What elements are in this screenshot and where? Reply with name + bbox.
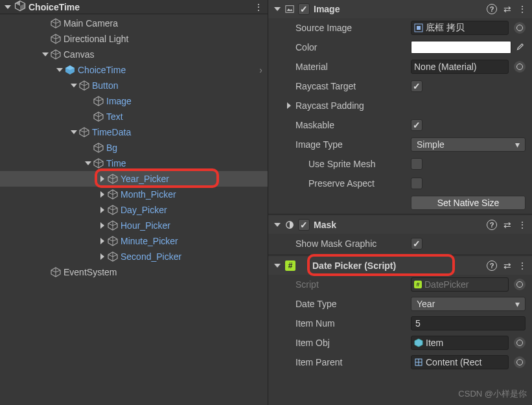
hierarchy-item[interactable]: Time: [0, 156, 268, 171]
svg-line-67: [108, 224, 113, 226]
hierarchy-item[interactable]: Month_Picker: [0, 187, 268, 202]
kebab-icon[interactable]: ⋮: [518, 4, 527, 14]
foldout-icon[interactable]: [98, 222, 106, 229]
eyedropper-icon[interactable]: [514, 41, 526, 53]
itemobj-field[interactable]: Item: [411, 336, 509, 350]
prop-item-num: Item Num 5: [268, 314, 532, 333]
hierarchy-item[interactable]: ChoiceTime›: [0, 62, 268, 78]
svg-line-16: [56, 52, 60, 54]
svg-line-15: [51, 52, 56, 54]
hierarchy-item-label: Button: [92, 80, 118, 91]
hierarchy-item[interactable]: Canvas: [0, 47, 268, 62]
svg-line-82: [51, 270, 56, 272]
hierarchy-item[interactable]: Hour_Picker: [0, 218, 268, 233]
prop-raycast-target: Raycast Target: [268, 76, 532, 96]
hierarchy-item[interactable]: Bg: [0, 140, 268, 156]
hierarchy-scene-header[interactable]: ChoiceTime ⋮: [0, 0, 268, 14]
svg-line-11: [56, 37, 60, 39]
object-picker-icon[interactable]: [514, 337, 526, 349]
svg-line-43: [98, 146, 103, 148]
preserve-checkbox[interactable]: [411, 178, 422, 189]
component-enable-checkbox[interactable]: [298, 219, 310, 231]
component-title: Mask: [314, 220, 336, 230]
svg-line-52: [108, 177, 113, 179]
hierarchy-item[interactable]: TimeData: [0, 124, 268, 140]
foldout-icon[interactable]: [98, 237, 106, 245]
svg-line-33: [98, 115, 103, 117]
foldout-icon[interactable]: [285, 102, 293, 110]
foldout-icon[interactable]: [98, 206, 106, 214]
svg-line-63: [113, 208, 117, 210]
svg-line-42: [94, 146, 98, 148]
foldout-icon[interactable]: [41, 51, 49, 58]
hierarchy-item[interactable]: Year_Picker: [0, 171, 268, 187]
foldout-icon[interactable]: [273, 262, 281, 270]
hierarchy-item-label: Image: [106, 96, 132, 106]
foldout-icon[interactable]: [70, 128, 78, 136]
gameobject-icon: [51, 49, 61, 60]
prop-item-obj: Item Obj Item: [268, 333, 532, 353]
hierarchy-item-label: Minute_Picker: [121, 236, 178, 246]
itemparent-field[interactable]: Content (Rect: [411, 355, 509, 369]
hierarchy-item[interactable]: Main Camera: [0, 16, 268, 31]
foldout-icon[interactable]: [56, 66, 64, 74]
foldout-icon[interactable]: [98, 175, 106, 183]
svg-marker-86: [287, 8, 293, 11]
component-header-datepicker[interactable]: # Date Picker (Script) ? ⋮: [268, 257, 532, 275]
usesprite-checkbox[interactable]: [411, 158, 422, 170]
imagetype-dropdown[interactable]: Simple: [411, 137, 526, 152]
object-picker-icon[interactable]: [514, 356, 526, 368]
svg-line-38: [84, 130, 89, 132]
set-native-size-button[interactable]: Set Native Size: [411, 196, 526, 210]
foldout-icon[interactable]: [98, 253, 106, 260]
foldout-icon[interactable]: [4, 3, 12, 11]
svg-line-32: [94, 115, 98, 117]
svg-line-62: [108, 208, 113, 210]
component-header-image[interactable]: Image ? ⋮: [268, 0, 532, 18]
gameobject-icon: [93, 158, 104, 168]
help-icon[interactable]: ?: [487, 220, 497, 230]
hierarchy-item[interactable]: Text: [0, 109, 268, 124]
svg-rect-85: [286, 6, 294, 13]
color-field[interactable]: [411, 41, 511, 54]
unity-logo-icon: [14, 0, 26, 14]
preset-icon[interactable]: [503, 4, 511, 14]
kebab-icon[interactable]: ⋮: [253, 2, 264, 12]
hierarchy-item[interactable]: Image: [0, 93, 268, 109]
help-icon[interactable]: ?: [487, 260, 497, 271]
hierarchy-item[interactable]: EventSystem: [0, 264, 268, 280]
raycast-checkbox[interactable]: [411, 80, 422, 92]
prefab-icon: [65, 65, 75, 75]
hierarchy-item[interactable]: Minute_Picker: [0, 233, 268, 249]
datetype-dropdown[interactable]: Year: [411, 297, 526, 311]
foldout-icon[interactable]: [273, 221, 281, 229]
component-enable-checkbox[interactable]: [298, 3, 310, 15]
material-field[interactable]: None (Material): [411, 60, 509, 74]
kebab-icon[interactable]: ⋮: [518, 220, 527, 230]
preset-icon[interactable]: [503, 260, 511, 271]
object-picker-icon[interactable]: [514, 61, 526, 73]
hierarchy-item-label: Day_Picker: [121, 205, 167, 215]
image-component-icon: [285, 5, 294, 14]
hierarchy-item[interactable]: Button: [0, 78, 268, 93]
source-image-field[interactable]: 底框 拷贝: [411, 21, 509, 35]
kebab-icon[interactable]: ⋮: [518, 260, 527, 271]
maskable-checkbox[interactable]: [411, 119, 422, 131]
hierarchy-item[interactable]: Directional Light: [0, 31, 268, 47]
object-picker-icon[interactable]: [514, 279, 526, 290]
preset-icon[interactable]: [503, 220, 511, 230]
foldout-icon[interactable]: [98, 191, 106, 198]
help-icon[interactable]: ?: [487, 4, 497, 14]
svg-line-23: [84, 84, 89, 86]
hierarchy-item[interactable]: Day_Picker: [0, 202, 268, 218]
foldout-icon[interactable]: [70, 82, 78, 89]
foldout-icon[interactable]: [84, 159, 92, 167]
svg-line-53: [113, 177, 117, 179]
object-picker-icon[interactable]: [514, 22, 526, 34]
showgraphic-checkbox[interactable]: [411, 238, 422, 249]
component-header-mask[interactable]: Mask ? ⋮: [268, 216, 532, 234]
itemnum-field[interactable]: 5: [411, 316, 526, 330]
hierarchy-item[interactable]: Second_Picker: [0, 249, 268, 264]
prefab-arrow-icon[interactable]: ›: [259, 65, 262, 75]
foldout-icon[interactable]: [273, 5, 281, 13]
